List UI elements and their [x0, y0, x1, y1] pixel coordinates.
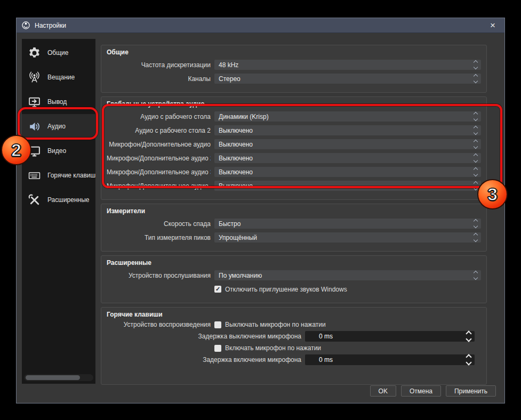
combo-value: По умолчанию — [219, 272, 471, 279]
sidebar-item-hotkeys[interactable]: Горячие клавиш — [22, 163, 95, 188]
setting-row: Каналы Стерео — [107, 74, 481, 84]
window-title: Настройки — [35, 22, 66, 29]
combo-spinner-icon — [474, 271, 478, 279]
field-label: Каналы — [107, 75, 211, 83]
dialog-footer: OK Отмена Применить — [370, 385, 496, 397]
field-label: Задержка включения микрофона — [107, 356, 301, 364]
spin-value: 0 ms — [319, 356, 333, 364]
combo-spinner-icon — [474, 233, 478, 241]
scrollbar-thumb[interactable] — [26, 375, 80, 380]
combo-value: Быстро — [219, 220, 471, 228]
settings-window: Настройки × Общие Вещание Вывод — [16, 18, 505, 403]
annotation-highlight-audio — [18, 107, 98, 140]
sidebar-item-label: Общие — [47, 49, 68, 56]
section-hotkeys: Горячие клавиши Устройство воспроизведен… — [101, 307, 487, 385]
tools-icon — [26, 192, 42, 208]
setting-row: Задержка выключения микрофона 0 ms — [107, 331, 481, 342]
broadcast-icon — [26, 69, 42, 85]
combo-spinner-icon — [474, 61, 478, 69]
monitoring-device-select[interactable]: По умолчанию — [214, 270, 481, 280]
push-to-mute-checkbox[interactable] — [214, 321, 221, 328]
setting-row: Частота дискретизации 48 kHz — [107, 60, 481, 70]
sidebar: Общие Вещание Вывод Аудио — [22, 39, 95, 384]
decay-rate-select[interactable]: Быстро — [214, 219, 481, 229]
section-advanced: Расширенные Устройство прослушивания По … — [101, 255, 487, 303]
setting-row: ✓ Отключить приглушение звуков Windows — [107, 284, 481, 294]
sidebar-item-general[interactable]: Общие — [22, 41, 95, 65]
checkbox-label: Включать микрофон по нажатии — [225, 344, 321, 352]
sidebar-item-label: Расширенные — [47, 196, 90, 204]
spinbox-arrows-icon[interactable] — [467, 355, 472, 365]
section-general: Общие Частота дискретизации 48 kHz Канал… — [101, 45, 487, 93]
titlebar[interactable]: Настройки × — [17, 18, 504, 33]
push-to-talk-checkbox[interactable] — [214, 345, 221, 352]
settings-content: Общие Частота дискретизации 48 kHz Канал… — [101, 45, 487, 389]
gear-icon — [26, 45, 42, 61]
apply-button[interactable]: Применить — [446, 385, 496, 397]
sidebar-item-label: Вывод — [47, 98, 67, 106]
spin-value: 0 ms — [319, 333, 333, 340]
disable-windows-ducking-checkbox[interactable]: ✓ — [214, 286, 221, 293]
spinbox-arrows-icon[interactable] — [467, 332, 472, 341]
section-meters: Измерители Скорость спада Быстро Тип изм… — [101, 204, 487, 252]
field-label: Тип измерителя пиков — [107, 234, 211, 241]
checkmark-icon: ✓ — [215, 286, 220, 292]
section-title: Измерители — [107, 207, 481, 215]
peak-meter-type-select[interactable]: Упрощённый — [214, 232, 481, 243]
sidebar-item-label: Вещание — [47, 74, 75, 81]
dialog-body: Общие Вещание Вывод Аудио — [17, 33, 504, 403]
setting-row: Тип измерителя пиков Упрощённый — [107, 232, 481, 243]
sidebar-item-video[interactable]: Видео — [22, 139, 95, 163]
combo-spinner-icon — [474, 220, 478, 228]
combo-spinner-icon — [474, 75, 478, 83]
setting-row: Устройство прослушивания По умолчанию — [107, 270, 481, 280]
field-label: Частота дискретизации — [107, 61, 211, 69]
combo-value: Стерео — [219, 75, 471, 83]
setting-row: Скорость спада Быстро — [107, 219, 481, 229]
push-to-mute-delay-input[interactable]: 0 ms — [305, 331, 475, 342]
push-to-talk-delay-input[interactable]: 0 ms — [305, 354, 475, 365]
field-label: Скорость спада — [107, 220, 211, 228]
section-title: Общие — [107, 49, 481, 56]
annotation-step-3-badge: 3 — [477, 179, 508, 209]
keyboard-icon — [26, 167, 42, 183]
ok-button[interactable]: OK — [370, 385, 396, 397]
sidebar-item-advanced[interactable]: Расширенные — [22, 188, 95, 212]
setting-row: Задержка включения микрофона 0 ms — [107, 354, 481, 365]
sidebar-horizontal-scrollbar[interactable] — [24, 374, 93, 381]
setting-row: Включать микрофон по нажатии — [107, 344, 481, 352]
sample-rate-select[interactable]: 48 kHz — [214, 60, 481, 70]
close-icon[interactable]: × — [486, 21, 500, 30]
sidebar-item-label: Горячие клавиш — [47, 172, 95, 179]
field-label: Устройство прослушивания — [107, 272, 211, 279]
field-label: Устройство воспроизведения — [107, 321, 211, 328]
cancel-button[interactable]: Отмена — [401, 385, 441, 397]
combo-value: 48 kHz — [219, 61, 471, 69]
annotation-step-2-badge: 2 — [1, 135, 31, 165]
checkbox-label: Отключить приглушение звуков Windows — [225, 286, 347, 293]
section-title: Расширенные — [107, 259, 481, 266]
channels-select[interactable]: Стерео — [214, 74, 481, 84]
annotation-highlight-global-audio — [102, 104, 502, 188]
section-title: Горячие клавиши — [107, 311, 481, 318]
combo-value: Упрощённый — [219, 234, 471, 241]
obs-logo-icon — [21, 21, 30, 30]
checkbox-label: Выключать микрофон по нажатии — [225, 321, 326, 328]
sidebar-item-label: Видео — [47, 147, 66, 155]
sidebar-item-stream[interactable]: Вещание — [22, 65, 95, 90]
field-label: Задержка выключения микрофона — [107, 333, 301, 340]
setting-row: Устройство воспроизведения Выключать мик… — [107, 320, 481, 329]
